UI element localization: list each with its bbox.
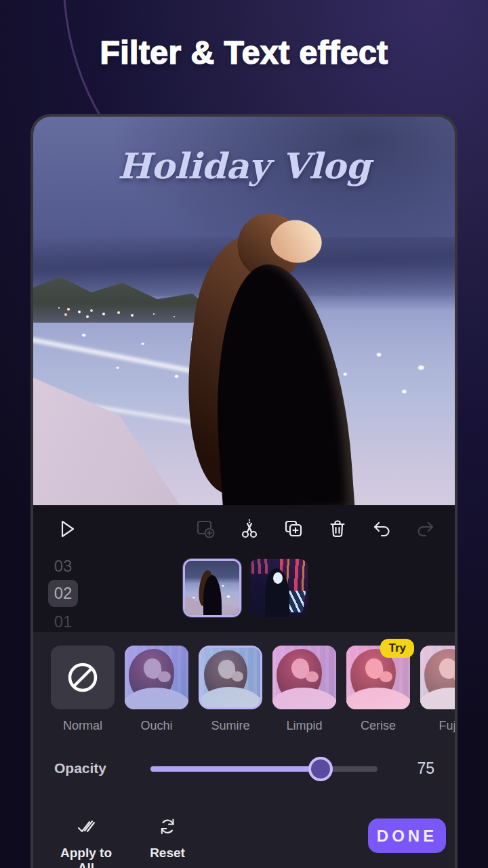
play-button[interactable]: [56, 517, 79, 540]
video-preview[interactable]: Holiday Vlog: [33, 117, 455, 505]
filter-label: Cerise: [346, 719, 410, 733]
video-text-overlay: Holiday Vlog: [33, 145, 455, 186]
filter-label: Normal: [51, 719, 115, 733]
no-filter-icon: [66, 661, 99, 694]
double-check-icon: [75, 816, 97, 837]
cut-scissors-icon[interactable]: [238, 517, 261, 540]
filter-label: Fujin: [420, 719, 458, 733]
filter-thumb: [272, 646, 336, 709]
add-clip-icon[interactable]: [194, 517, 217, 540]
redo-icon[interactable]: [414, 517, 437, 540]
opacity-value: 75: [417, 760, 434, 778]
filter-thumb: [125, 646, 188, 709]
filter-panel: Normal Ouchi Sumire: [33, 632, 455, 868]
filter-thumb-none: [51, 646, 115, 709]
filter-tile-cerise[interactable]: Try Cerise: [346, 646, 410, 733]
reset-button[interactable]: Reset: [140, 816, 195, 861]
clip-mask: [273, 572, 283, 584]
timeline-clip-beach[interactable]: [183, 559, 241, 617]
reset-label: Reset: [140, 846, 195, 861]
filter-tile-normal[interactable]: Normal: [51, 646, 115, 733]
opacity-slider-knob[interactable]: [308, 757, 333, 781]
filter-thumb: [199, 646, 262, 709]
undo-icon[interactable]: [370, 517, 393, 540]
filter-label: Ouchi: [125, 719, 188, 733]
page-title: Filter & Text effect: [0, 34, 488, 71]
apply-to-all-label: Apply to All: [52, 846, 120, 868]
duplicate-icon[interactable]: [282, 517, 305, 540]
toolbar-actions: [194, 517, 437, 540]
filter-tile-limpid[interactable]: Limpid: [272, 646, 336, 733]
track-label-02-active[interactable]: 02: [48, 580, 78, 607]
opacity-slider[interactable]: [150, 766, 378, 772]
timeline: 03 02 01: [33, 553, 455, 632]
filter-label: Sumire: [199, 719, 262, 733]
clip-neon-lights: [251, 559, 269, 574]
app-screen: Filter & Text effect Holiday Vlog: [0, 0, 488, 868]
reset-refresh-icon: [157, 816, 178, 837]
done-button[interactable]: DONE: [368, 818, 446, 853]
delete-trash-icon[interactable]: [326, 517, 349, 540]
track-label-01[interactable]: 01: [48, 612, 78, 631]
filter-tile-sumire-selected[interactable]: Sumire: [199, 646, 262, 733]
editor-frame: Holiday Vlog: [30, 114, 458, 868]
apply-to-all-button[interactable]: Apply to All: [52, 816, 120, 868]
opacity-slider-fill: [150, 766, 321, 772]
try-badge: Try: [380, 639, 414, 658]
track-label-03[interactable]: 03: [48, 557, 78, 576]
filter-label: Limpid: [272, 719, 336, 733]
opacity-label: Opacity: [54, 760, 106, 776]
toolbar: [33, 505, 455, 553]
woman-silhouette: [189, 214, 349, 505]
timeline-clip-neon[interactable]: [249, 559, 308, 617]
filter-thumb: [420, 646, 458, 709]
filter-tile-ouchi[interactable]: Ouchi: [125, 646, 188, 733]
filter-tile-fujin[interactable]: Fujin: [420, 646, 458, 733]
